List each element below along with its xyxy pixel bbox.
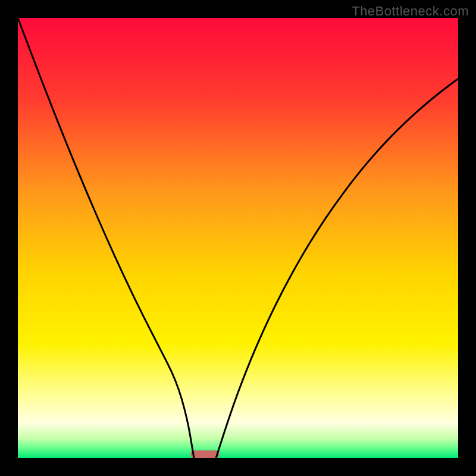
bottleneck-chart [18,18,458,458]
chart-frame [18,18,458,458]
optimal-zone-marker [190,450,219,458]
watermark-text: TheBottleneck.com [352,4,469,19]
